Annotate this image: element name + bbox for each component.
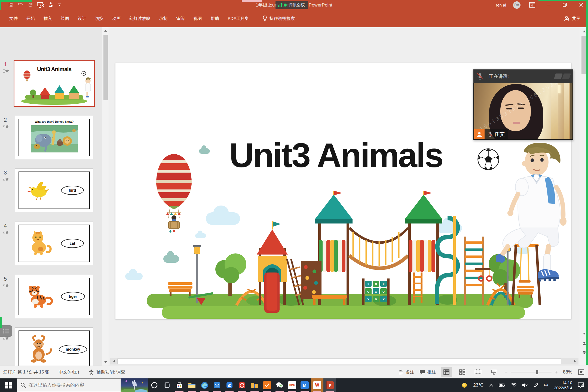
panel-collapse-tab[interactable] [0, 325, 12, 337]
search-input[interactable] [29, 382, 110, 388]
tab-review[interactable]: 审阅 [172, 10, 189, 27]
account-name[interactable]: ren ai [496, 3, 506, 7]
comments-button[interactable]: 批注 [419, 369, 436, 375]
reading-view-button[interactable] [473, 367, 483, 377]
playground-illustration: x o x o x o x o x [139, 191, 547, 319]
close-button[interactable] [577, 1, 586, 9]
scroll-right-icon[interactable] [571, 358, 578, 365]
vertical-scroll-thumb[interactable] [581, 36, 587, 74]
language-indicator[interactable]: 中文(中国) [59, 369, 79, 375]
panel-scrollbar[interactable] [102, 27, 109, 366]
tab-animations[interactable]: 动画 [108, 10, 125, 27]
notes-button[interactable]: 备注 [398, 369, 414, 375]
cortana-button[interactable] [148, 378, 161, 392]
tencent-meeting-pill[interactable]: 腾讯会议 [275, 1, 308, 9]
animal-word: cat [70, 241, 75, 246]
slide-1-thumbnail[interactable]: Unit3 Animals [14, 60, 95, 107]
zoom-level[interactable]: 88% [563, 369, 572, 375]
pdf-reader-button[interactable]: PDF [286, 378, 298, 392]
checkmark-app-button[interactable] [261, 378, 273, 392]
pen-icon[interactable] [534, 383, 538, 388]
zoom-slider-thumb[interactable] [536, 370, 538, 374]
restore-button[interactable] [560, 1, 569, 9]
tell-me-search[interactable]: 操作说明搜索 [262, 15, 295, 22]
taskbar-search[interactable] [17, 378, 121, 392]
panel-scroll-up-icon[interactable] [102, 28, 109, 34]
minimize-button[interactable] [544, 1, 553, 9]
mail-button[interactable] [211, 378, 223, 392]
zoom-out-icon[interactable] [504, 370, 508, 374]
start-slideshow-icon[interactable] [37, 2, 44, 8]
horizontal-scroll-thumb[interactable] [117, 359, 561, 364]
header-divider [486, 73, 486, 80]
slide-2-thumbnail[interactable]: What are they? Do you know? [15, 116, 93, 159]
slide-5-thumbnail[interactable]: tiger [15, 275, 93, 318]
tab-slideshow[interactable]: 幻灯片放映 [125, 10, 155, 27]
fit-to-window-button[interactable] [577, 368, 585, 376]
clock[interactable]: 14:10 2022/5/14 [554, 380, 572, 390]
zoom-in-icon[interactable] [554, 370, 558, 374]
share-person-icon [564, 16, 570, 22]
panel-scroll-thumb[interactable] [103, 35, 108, 100]
account-avatar[interactable]: RA [513, 1, 520, 9]
meeting-video-overlay[interactable]: 正在讲话: 15613532576 15613532576 [473, 69, 573, 140]
tab-pdf-tools[interactable]: PDF工具集 [223, 10, 253, 27]
rope-bridge [349, 228, 408, 268]
archive-tool-button[interactable] [248, 378, 261, 392]
touch-mode-icon[interactable] [48, 2, 54, 8]
qat-dropdown-icon[interactable] [58, 3, 62, 7]
hidden-icons-chevron[interactable] [489, 384, 493, 387]
wps-office-button[interactable]: W [311, 378, 323, 392]
ribbon-display-options-icon[interactable] [528, 1, 537, 9]
microsoft-store-button[interactable] [173, 378, 186, 392]
powerpoint-taskbar-button[interactable]: P [323, 378, 336, 392]
netease-music-button[interactable] [236, 378, 248, 392]
tab-home[interactable]: 开始 [22, 10, 39, 27]
tab-draw[interactable]: 绘图 [56, 10, 74, 27]
start-button[interactable] [0, 378, 17, 392]
undo-icon[interactable] [17, 2, 24, 7]
wechat-button[interactable] [273, 378, 286, 392]
scroll-left-icon[interactable] [110, 358, 117, 365]
edge-browser-button[interactable] [198, 378, 211, 392]
word-oval: bird [61, 186, 84, 195]
tab-design[interactable]: 设计 [74, 10, 91, 27]
share-button[interactable]: 共享 [564, 10, 580, 27]
save-icon[interactable] [8, 2, 14, 8]
tab-view[interactable]: 视图 [189, 10, 206, 27]
slide-4-thumbnail[interactable]: cat [15, 222, 93, 265]
tab-file[interactable]: 文件 [5, 10, 22, 27]
zoom-slider[interactable] [511, 372, 552, 372]
slide-title-text[interactable]: Unit3 Animals [200, 136, 472, 175]
panel-scroll-down-icon[interactable] [102, 359, 109, 365]
volume-muted-icon[interactable] [522, 383, 528, 388]
normal-view-button[interactable] [441, 367, 452, 377]
m-app-button[interactable]: M [298, 378, 311, 392]
battery-icon[interactable] [499, 383, 505, 387]
temperature-indicator[interactable]: 23°C [473, 382, 483, 388]
speaker-video-feed[interactable]: 15613532576 15613532576 任艾 [473, 83, 573, 140]
weather-news-tile[interactable] [121, 378, 148, 392]
file-explorer-button[interactable] [186, 378, 198, 392]
speaking-label: 正在讲话: [489, 73, 509, 79]
redo-icon[interactable] [28, 2, 33, 8]
accessibility-indicator[interactable]: 辅助功能: 调查 [88, 369, 125, 375]
tab-transitions[interactable]: 切换 [91, 10, 108, 27]
tab-help[interactable]: 帮助 [206, 10, 223, 27]
slide-6-thumbnail[interactable]: monkey [15, 327, 93, 366]
ime-indicator[interactable]: 中 [544, 382, 549, 388]
task-view-button[interactable] [161, 378, 173, 392]
windows-taskbar: PDF M W P 23°C 中 14:10 2022/5/14 [0, 378, 588, 392]
slideshow-view-button[interactable] [488, 367, 499, 377]
tab-record[interactable]: 录制 [155, 10, 172, 27]
action-center-icon[interactable] [578, 382, 584, 388]
horizontal-scrollbar[interactable] [110, 358, 578, 365]
weather-sun-icon[interactable] [461, 382, 468, 388]
slide-position-indicator[interactable]: 幻灯片 第 1 张, 共 15 张 [3, 369, 50, 375]
wifi-icon[interactable] [511, 383, 517, 387]
slide-sorter-view-button[interactable] [457, 367, 468, 377]
slide-3-thumbnail[interactable]: bird [15, 169, 93, 212]
browser-app-button[interactable] [223, 378, 236, 392]
svg-text:x: x [382, 282, 385, 286]
tab-insert[interactable]: 插入 [39, 10, 56, 27]
